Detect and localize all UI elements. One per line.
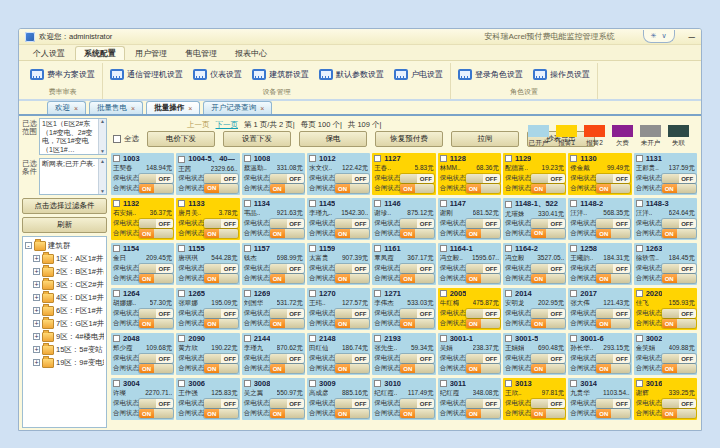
switch-toggle[interactable]: ON [139,319,173,328]
card-checkbox[interactable] [244,380,251,387]
switch-toggle[interactable]: ON [662,319,696,328]
switch-toggle[interactable]: ON [662,184,696,193]
expand-expander-icon[interactable]: + [33,359,40,366]
card-checkbox[interactable] [178,245,185,252]
protect-toggle[interactable]: OFF [400,354,434,363]
protect-toggle[interactable]: OFF [466,354,500,363]
card-checkbox[interactable] [374,380,381,387]
ribbon-tab[interactable]: 个人设置 [25,47,73,60]
switch-toggle[interactable]: ON [204,274,238,283]
protect-toggle[interactable]: OFF [270,219,304,228]
card-checkbox[interactable] [636,335,643,342]
protect-toggle[interactable]: OFF [400,264,434,273]
switch-toggle[interactable]: ON [139,274,173,283]
card-checkbox[interactable] [309,245,316,252]
switch-toggle[interactable]: ON [139,364,173,373]
card-checkbox[interactable] [113,200,120,207]
card-checkbox[interactable] [636,155,643,162]
switch-toggle[interactable]: ON [662,409,696,418]
card-checkbox[interactable] [570,245,577,252]
card-checkbox[interactable] [113,380,120,387]
switch-toggle[interactable]: ON [270,364,304,373]
card-checkbox[interactable] [570,155,577,162]
card-checkbox[interactable] [244,290,251,297]
protect-toggle[interactable]: OFF [270,354,304,363]
expand-expander-icon[interactable]: + [33,281,40,288]
protect-toggle[interactable]: OFF [662,354,696,363]
action-button[interactable]: 电价下发 [147,131,215,147]
switch-toggle[interactable]: ON [466,364,500,373]
action-button[interactable]: 拉闸 [451,131,519,147]
tree-item[interactable]: +7区：G区1#井 [25,317,104,330]
protect-toggle[interactable]: OFF [139,219,173,228]
card-checkbox[interactable] [440,245,447,252]
card-checkbox[interactable] [440,290,447,297]
scroll-up-icon[interactable]: ▲ [100,119,105,124]
selected-range-box[interactable]: 1区1（E区2#东（1#变电、2#变电，7区1#变电（1区1#… ▲▼ [39,118,107,155]
protect-toggle[interactable]: OFF [204,309,238,318]
card-checkbox[interactable] [309,380,316,387]
card-checkbox[interactable] [309,155,316,162]
card-checkbox[interactable] [505,245,512,252]
switch-toggle[interactable]: ON [466,319,500,328]
protect-toggle[interactable]: OFF [204,219,238,228]
switch-toggle[interactable]: ON [596,229,630,238]
protect-toggle[interactable]: OFF [139,399,173,408]
protect-toggle[interactable]: OFF [270,264,304,273]
card-checkbox[interactable] [244,335,251,342]
switch-toggle[interactable]: ON [400,229,434,238]
card-checkbox[interactable] [113,335,120,342]
switch-toggle[interactable]: ON [335,319,369,328]
protect-toggle[interactable]: OFF [204,399,238,408]
scroll-down-icon[interactable]: ▼ [100,189,105,194]
switch-toggle[interactable]: ON [204,319,238,328]
document-tab[interactable]: 批量售电× [89,101,143,114]
close-icon[interactable]: × [74,105,78,112]
card-checkbox[interactable] [505,290,512,297]
document-tab[interactable]: 欢迎× [47,101,86,114]
collapse-expander-icon[interactable]: - [25,242,32,249]
switch-toggle[interactable]: ON [400,409,434,418]
ribbon-tab[interactable]: 系统配置 [75,46,125,60]
close-icon[interactable]: × [188,105,192,112]
protect-toggle[interactable]: OFF [270,174,304,183]
protect-toggle[interactable]: OFF [596,399,630,408]
switch-toggle[interactable]: ON [596,409,630,418]
document-tab[interactable]: 批量操作× [146,101,200,114]
card-checkbox[interactable] [505,201,512,208]
tree-item[interactable]: +3区：C区2#井（1#变 [25,278,104,291]
switch-toggle[interactable]: ON [335,184,369,193]
card-checkbox[interactable] [309,335,316,342]
card-checkbox[interactable] [636,200,643,207]
card-checkbox[interactable] [440,380,447,387]
switch-toggle[interactable]: ON [531,229,565,238]
card-checkbox[interactable] [570,290,577,297]
switch-toggle[interactable]: ON [531,274,565,283]
card-checkbox[interactable] [374,245,381,252]
protect-toggle[interactable]: OFF [270,309,304,318]
card-checkbox[interactable] [178,335,185,342]
expand-expander-icon[interactable]: + [33,307,40,314]
expand-expander-icon[interactable]: + [33,320,40,327]
card-checkbox[interactable] [113,155,120,162]
tree-root[interactable]: - 建筑群 [25,239,104,252]
filter-condition-button[interactable]: 点击选择过滤条件 [22,198,107,214]
protect-toggle[interactable]: OFF [531,264,565,273]
card-checkbox[interactable] [374,290,381,297]
protect-toggle[interactable]: OFF [400,399,434,408]
protect-toggle[interactable]: OFF [139,264,173,273]
switch-toggle[interactable]: ON [400,364,434,373]
switch-toggle[interactable]: ON [139,184,173,193]
tree-item[interactable]: +19区：9#变电站（4# [25,356,104,369]
card-checkbox[interactable] [440,200,447,207]
switch-toggle[interactable]: ON [335,274,369,283]
tree-item[interactable]: +6区：F区1#井（1# [25,304,104,317]
card-checkbox[interactable] [178,290,185,297]
switch-toggle[interactable]: ON [400,319,434,328]
next-page-link[interactable]: 下一页 [216,120,239,130]
switch-toggle[interactable]: ON [335,364,369,373]
protect-toggle[interactable]: OFF [531,354,565,363]
protect-toggle[interactable]: OFF [531,219,565,228]
protect-toggle[interactable]: OFF [204,264,238,273]
switch-toggle[interactable]: ON [335,409,369,418]
